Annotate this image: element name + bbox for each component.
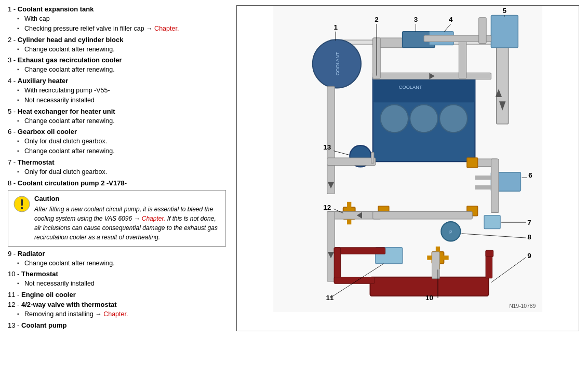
svg-text:9: 9 [527, 252, 531, 260]
svg-rect-38 [491, 159, 498, 213]
section-13-title: 13 - Coolant pump [8, 321, 226, 329]
section-10: 10 - Thermostat Not necessarily installe… [8, 270, 226, 289]
svg-text:2: 2 [375, 16, 378, 23]
section-6-bullets: Only for dual clutch gearbox. Change coo… [8, 137, 226, 156]
section-4: 4 - Auxiliary heater With recirculating … [8, 77, 226, 105]
svg-rect-53 [479, 18, 486, 44]
svg-rect-39 [467, 158, 478, 168]
section-8-title: 8 - Coolant circulation pump 2 -V178- [8, 179, 226, 187]
bullet-item: Only for dual clutch gearbox. [17, 137, 226, 146]
bullet-item: Change coolant after renewing. [17, 45, 226, 55]
section-6-title: 6 - Gearbox oil cooler [8, 128, 226, 136]
section-9-bullets: Change coolant after renewing. [8, 259, 226, 268]
section-5-bullets: Change coolant after renewing. [8, 116, 226, 126]
section-10-bullets: Not necessarily installed [8, 279, 226, 289]
section-7-bullets: Only for dual clutch gearbox. [8, 167, 226, 177]
svg-rect-1 [21, 199, 23, 206]
bullet-item: With recirculating pump -V55- [17, 86, 226, 96]
section-13: 13 - Coolant pump [8, 321, 226, 329]
svg-text:13: 13 [323, 143, 331, 151]
section-1-title: 1 - Coolant expansion tank [8, 5, 226, 13]
bullet-item: Removing and installing → Chapter. [17, 309, 226, 319]
chapter-link[interactable]: Chapter. [154, 25, 179, 32]
svg-rect-42 [327, 86, 335, 194]
svg-text:12: 12 [323, 204, 331, 211]
section-1: 1 - Coolant expansion tank With cap Chec… [8, 5, 226, 34]
svg-text:7: 7 [527, 219, 531, 226]
svg-text:5: 5 [503, 7, 507, 15]
caution-icon [14, 196, 30, 212]
section-9: 9 - Radiator Change coolant after renewi… [8, 250, 226, 268]
svg-rect-54 [334, 248, 385, 254]
bullet-item: Change coolant after renewing. [17, 65, 226, 75]
svg-text:8: 8 [527, 233, 531, 241]
bullet-item: Change coolant after renewing. [17, 146, 226, 156]
main-layout: 1 - Coolant expansion tank With cap Chec… [8, 5, 579, 331]
coolant-diagram: COOLANT COOLANT P [237, 6, 579, 312]
section-12: 12 - 4/2-way valve with thermostat Remov… [8, 301, 226, 319]
svg-point-12 [380, 104, 408, 132]
section-5: 5 - Heat exchanger for heater unit Chang… [8, 107, 226, 126]
section-12-bullets: Removing and installing → Chapter. [8, 309, 226, 319]
svg-point-14 [439, 104, 468, 132]
section-4-title: 4 - Auxiliary heater [8, 77, 226, 85]
section-9-title: 9 - Radiator [8, 250, 226, 258]
svg-rect-44 [371, 153, 374, 164]
caution-chapter-link[interactable]: Chapter. [142, 215, 166, 222]
svg-rect-43 [327, 158, 376, 165]
svg-text:N19-10789: N19-10789 [509, 303, 536, 309]
svg-point-13 [410, 104, 438, 132]
section-1-bullets: With cap Checking pressure relief valve … [8, 14, 226, 34]
bullet-item: Not necessarily installed [17, 96, 226, 105]
caution-title: Caution [34, 195, 220, 202]
svg-text:4: 4 [449, 16, 453, 23]
bullet-item: Only for dual clutch gearbox. [17, 167, 226, 177]
svg-rect-28 [370, 277, 489, 296]
svg-rect-51 [459, 38, 466, 78]
section-7: 7 - Thermostat Only for dual clutch gear… [8, 158, 226, 177]
chapter-link-12[interactable]: Chapter. [103, 310, 128, 318]
svg-text:6: 6 [528, 171, 532, 179]
svg-rect-58 [486, 250, 493, 256]
caution-text: After fitting a new coolant circuit pump… [34, 205, 220, 242]
svg-text:P: P [449, 230, 452, 235]
section-3: 3 - Exhaust gas recirculation cooler Cha… [8, 56, 226, 75]
section-12-title: 12 - 4/2-way valve with thermostat [8, 301, 226, 308]
svg-text:COOLANT: COOLANT [335, 52, 340, 75]
bullet-item: Not necessarily installed [17, 279, 226, 289]
diagram-panel: COOLANT COOLANT P [236, 5, 579, 331]
section-8: 8 - Coolant circulation pump 2 -V178- [8, 179, 226, 187]
svg-rect-21 [491, 16, 518, 48]
svg-rect-25 [484, 215, 500, 229]
section-4-bullets: With recirculating pump -V55- Not necess… [8, 86, 226, 105]
section-3-title: 3 - Exhaust gas recirculation cooler [8, 56, 226, 64]
caution-content: Caution After fitting a new coolant circ… [34, 195, 220, 242]
svg-text:3: 3 [414, 16, 418, 23]
section-3-bullets: Change coolant after renewing. [8, 65, 226, 75]
section-7-title: 7 - Thermostat [8, 158, 226, 166]
bullet-item: Change coolant after renewing. [17, 259, 226, 268]
section-11: 11 - Engine oil cooler [8, 291, 226, 299]
bullet-item: With cap [17, 14, 226, 24]
caution-box: Caution After fitting a new coolant circ… [8, 190, 226, 247]
section-2-title: 2 - Cylinder head and cylinder block [8, 36, 226, 44]
left-panel: 1 - Coolant expansion tank With cap Chec… [8, 5, 231, 331]
section-6: 6 - Gearbox oil cooler Only for dual clu… [8, 128, 226, 156]
svg-rect-2 [21, 207, 23, 209]
svg-text:1: 1 [334, 23, 338, 31]
section-2-bullets: Change coolant after renewing. [8, 45, 226, 55]
svg-rect-48 [432, 252, 439, 279]
svg-text:10: 10 [425, 294, 433, 302]
svg-text:COOLANT: COOLANT [399, 85, 422, 90]
svg-rect-47 [327, 211, 335, 281]
section-5-title: 5 - Heat exchanger for heater unit [8, 107, 226, 115]
bullet-item: Checking pressure relief valve in filler… [17, 24, 226, 34]
section-2: 2 - Cylinder head and cylinder block Cha… [8, 36, 226, 55]
section-10-title: 10 - Thermostat [8, 270, 226, 278]
bullet-item: Change coolant after renewing. [17, 116, 226, 126]
section-11-title: 11 - Engine oil cooler [8, 291, 226, 299]
svg-rect-46 [373, 211, 472, 219]
